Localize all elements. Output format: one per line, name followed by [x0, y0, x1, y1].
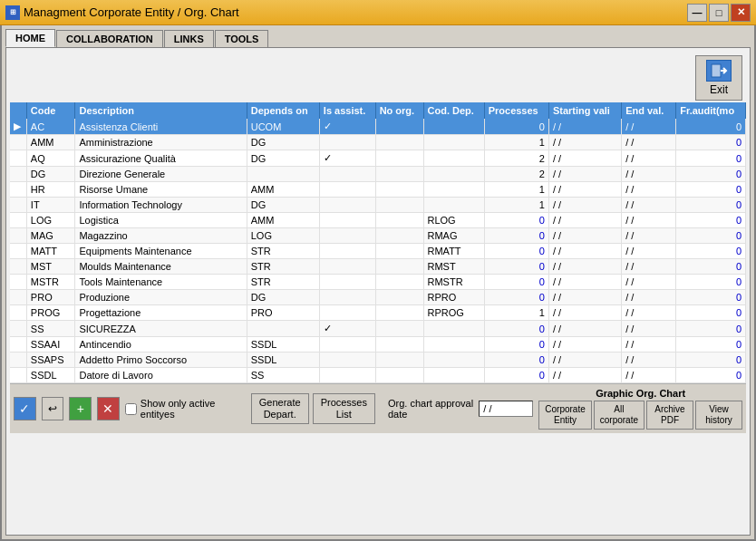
- table-row[interactable]: MAGMagazzinoLOGRMAG0/ // /0: [10, 228, 746, 244]
- table-row[interactable]: PROGProgettazionePRORPROG1/ // /0: [10, 305, 746, 321]
- table-cell: [10, 244, 26, 259]
- approval-date-input[interactable]: [479, 401, 533, 417]
- table-cell: Antincendio: [75, 337, 247, 353]
- table-cell: [10, 353, 26, 368]
- table-row[interactable]: MSTMoulds MaintenanceSTRRMST0/ // /0: [10, 259, 746, 275]
- show-active-checkbox[interactable]: [125, 403, 137, 415]
- table-cell: 0: [676, 259, 746, 275]
- table-cell: [423, 135, 484, 150]
- col-end-val[interactable]: End val.: [622, 102, 676, 119]
- table-cell: [423, 337, 484, 353]
- table-row[interactable]: MATTEquipments MaintenanceSTRRMATT0/ // …: [10, 244, 746, 259]
- table-row[interactable]: MSTRTools MaintenanceSTRRMSTR0/ // /0: [10, 275, 746, 290]
- processes-list-button[interactable]: Processes List: [313, 393, 375, 424]
- table-cell: 0: [676, 228, 746, 244]
- maximize-button[interactable]: □: [709, 4, 729, 22]
- table-cell: SS: [26, 321, 75, 337]
- table-cell: / /: [548, 321, 621, 337]
- table-row[interactable]: SSAPSAddetto Primo SoccorsoSSDL0/ // /0: [10, 353, 746, 368]
- table-cell: 0: [676, 337, 746, 353]
- view-history-button[interactable]: View history: [695, 401, 742, 430]
- table-cell: IT: [26, 198, 75, 213]
- table-scroll[interactable]: Code Description Depends on Is assist. N…: [10, 102, 746, 383]
- table-cell: SICUREZZA: [75, 321, 247, 337]
- close-button[interactable]: ✕: [731, 4, 751, 22]
- table-cell: [10, 213, 26, 228]
- table-cell: Magazzino: [75, 228, 247, 244]
- tab-links[interactable]: LINKS: [164, 30, 214, 47]
- corporate-entity-button[interactable]: Corporate Entity: [538, 401, 591, 430]
- col-processes[interactable]: Processes: [484, 102, 548, 119]
- table-cell: 0: [676, 368, 746, 383]
- table-row[interactable]: ▶ACAssistenza ClientiUCOM✓0/ // /0: [10, 119, 746, 135]
- table-row[interactable]: ITInformation TechnologyDG1/ // /0: [10, 198, 746, 213]
- generate-depart-button[interactable]: Generate Depart.: [251, 393, 309, 424]
- all-corporate-button[interactable]: All corporate: [594, 401, 645, 430]
- table-cell: [375, 119, 423, 135]
- table-cell: / /: [548, 135, 621, 150]
- table-cell: Datore di Lavoro: [75, 368, 247, 383]
- tab-tools[interactable]: TOOLS: [215, 30, 269, 47]
- table-cell: [319, 198, 375, 213]
- table-cell: [10, 275, 26, 290]
- undo-button[interactable]: ↩: [42, 397, 64, 420]
- col-cod-dep[interactable]: Cod. Dep.: [423, 102, 484, 119]
- table-cell: [10, 198, 26, 213]
- org-chart-label: Graphic Org. Chart: [596, 388, 685, 399]
- table-cell: / /: [548, 290, 621, 305]
- col-no-org[interactable]: No org.: [375, 102, 423, 119]
- table-row[interactable]: HRRisorse UmaneAMM1/ // /0: [10, 182, 746, 198]
- table-cell: SSAPS: [26, 353, 75, 368]
- table-cell: 0: [484, 244, 548, 259]
- table-cell: MSTR: [26, 275, 75, 290]
- table-cell: 0: [676, 213, 746, 228]
- table-cell: [375, 353, 423, 368]
- table-cell: [319, 135, 375, 150]
- table-cell: MST: [26, 259, 75, 275]
- table-row[interactable]: LOGLogisticaAMMRLOG0/ // /0: [10, 213, 746, 228]
- table-cell: [319, 290, 375, 305]
- col-fr-audit[interactable]: Fr.audit(mo: [676, 102, 746, 119]
- main-window: HOME COLLABORATION LINKS TOOLS Exit: [0, 25, 756, 541]
- minimize-button[interactable]: —: [687, 4, 707, 22]
- table-row[interactable]: SSSICUREZZA✓0/ // /0: [10, 321, 746, 337]
- table-row[interactable]: AMMAmministrazioneDG1/ // /0: [10, 135, 746, 150]
- exit-button[interactable]: Exit: [695, 55, 742, 101]
- archive-pdf-button[interactable]: Archive PDF: [646, 401, 693, 430]
- table-cell: [10, 167, 26, 182]
- table-cell: [423, 119, 484, 135]
- table-cell: ✓: [319, 150, 375, 167]
- table-row[interactable]: DGDirezione Generale2/ // /0: [10, 167, 746, 182]
- table-row[interactable]: SSDLDatore di LavoroSS0/ // /0: [10, 368, 746, 383]
- table-cell: [10, 182, 26, 198]
- table-cell: / /: [548, 182, 621, 198]
- table-cell: 1: [484, 198, 548, 213]
- col-description[interactable]: Description: [75, 102, 247, 119]
- col-code[interactable]: Code: [26, 102, 75, 119]
- add-button[interactable]: +: [69, 397, 92, 420]
- show-active-label[interactable]: Show only active entityes: [125, 398, 246, 420]
- toolbar-right: Exit: [10, 52, 746, 102]
- table-row[interactable]: SSAAIAntincendioSSDL0/ // /0: [10, 337, 746, 353]
- col-depends-on[interactable]: Depends on: [247, 102, 319, 119]
- table-cell: AC: [26, 119, 75, 135]
- table-cell: / /: [622, 290, 676, 305]
- table-cell: [10, 290, 26, 305]
- table-cell: / /: [622, 337, 676, 353]
- confirm-button[interactable]: ✓: [14, 397, 36, 420]
- table-cell: Produzione: [75, 290, 247, 305]
- table-cell: AMM: [247, 182, 319, 198]
- table-cell: UCOM: [247, 119, 319, 135]
- col-starting-val[interactable]: Starting vali: [548, 102, 621, 119]
- table-cell: Addetto Primo Soccorso: [75, 353, 247, 368]
- tab-home[interactable]: HOME: [5, 29, 55, 47]
- tab-collaboration[interactable]: COLLABORATION: [56, 30, 163, 47]
- table-row[interactable]: AQAssicurazione QualitàDG✓2/ // /0: [10, 150, 746, 167]
- delete-button[interactable]: ✕: [97, 397, 120, 420]
- col-is-assist[interactable]: Is assist.: [319, 102, 375, 119]
- table-cell: [375, 290, 423, 305]
- table-cell: [10, 305, 26, 321]
- table-row[interactable]: PROProduzioneDGRPRO0/ // /0: [10, 290, 746, 305]
- bottom-bar: ✓ ↩ + ✕ Show only active entityes Genera…: [10, 383, 746, 433]
- table-cell: / /: [548, 368, 621, 383]
